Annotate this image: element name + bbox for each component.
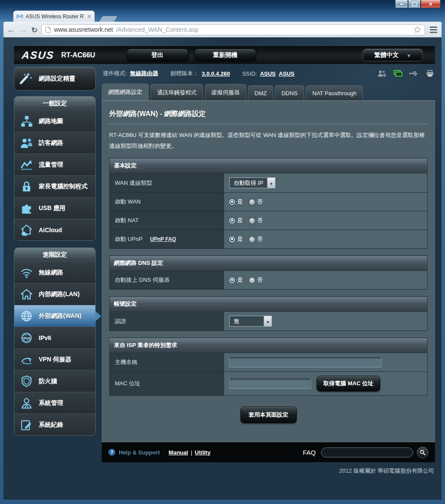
sidebar-item-guest-network[interactable]: 訪客網路: [14, 132, 95, 154]
tab-internet-connection[interactable]: 網際網路設定: [102, 83, 149, 100]
back-button[interactable]: [7, 26, 15, 34]
auth-label: 認證: [110, 312, 224, 331]
language-select[interactable]: 繁體中文: [363, 49, 423, 61]
radio-no-label: 否: [257, 235, 263, 243]
close-button[interactable]: [421, 0, 441, 8]
reboot-button[interactable]: 重新開機: [194, 49, 256, 61]
sidebar-item-label: 外部網路(WAN): [39, 312, 81, 320]
sidebar-item-label: VPN 伺服器: [39, 356, 71, 364]
minimize-button[interactable]: [395, 0, 408, 8]
table-row: 主機名稱: [110, 353, 428, 372]
printer-icon[interactable]: [426, 70, 434, 77]
sidebar-item-firewall[interactable]: 防火牆: [14, 370, 95, 392]
sidebar-item-wan[interactable]: 外部網路(WAN): [14, 305, 95, 327]
table-row: 啟動 NAT 是 否: [110, 211, 428, 230]
url-bar[interactable]: www.asusnetwork.net /Advanced_WAN_Conten…: [41, 24, 425, 35]
enable-wan-yes-radio[interactable]: [229, 199, 235, 205]
enable-upnp-label-cell: 啟動 UPnP UPnP FAQ: [110, 230, 224, 249]
sidebar-advanced-header: 進階設定: [14, 248, 95, 261]
firmware-version-link[interactable]: 3.0.0.4.260: [202, 70, 230, 77]
forward-button[interactable]: [19, 26, 27, 34]
tab-nat-passthrough[interactable]: NAT Passthrough: [306, 85, 363, 100]
clients-icon[interactable]: [377, 70, 387, 77]
magic-wand-icon: [18, 71, 35, 87]
radio-no-label: 否: [257, 276, 263, 284]
page-description: RT-AC66U 可支援數種連結 WAN 的連線類型。這些類型可從 WAN 連線…: [109, 130, 428, 151]
table-row: MAC 位址 取得電腦 MAC 位址: [110, 372, 428, 396]
enable-nat-label: 啟動 NAT: [110, 211, 224, 230]
faq-search-input[interactable]: [321, 447, 413, 457]
sidebar-item-network-map[interactable]: 網路地圖: [14, 110, 95, 132]
enable-nat-radio-group: 是 否: [229, 217, 422, 224]
tab-port-trigger[interactable]: 通訊埠觸發程式: [151, 84, 203, 100]
manual-link[interactable]: Manual: [169, 449, 188, 456]
title-divider: [109, 124, 428, 124]
wifi-favicon-icon: [17, 13, 23, 20]
auto-dns-no-radio[interactable]: [249, 277, 255, 283]
tab-dmz[interactable]: DMZ: [248, 85, 273, 100]
help-support-label: Help & Support: [119, 449, 160, 456]
cloud-home-icon: [17, 224, 36, 237]
new-tab-button[interactable]: [99, 16, 117, 22]
internet-status-icon[interactable]: [393, 70, 402, 77]
tab-ddns[interactable]: DDNS: [275, 85, 304, 100]
reload-button[interactable]: [31, 26, 37, 34]
sidebar: 網路設定精靈 一般設定 網路地圖 訪客網路: [14, 67, 96, 475]
wan-type-select[interactable]: 自動取得 IP: [229, 177, 275, 188]
sidebar-item-quick-setup[interactable]: 網路設定精靈: [14, 67, 96, 90]
copyright-text: 2012 版權屬於 華碩電腦股份有限公司: [102, 462, 435, 475]
logout-button[interactable]: 登出: [127, 49, 188, 61]
tab-close-icon[interactable]: [87, 14, 91, 19]
sidebar-item-label: 防火牆: [39, 377, 57, 385]
get-mac-button[interactable]: 取得電腦 MAC 位址: [317, 376, 381, 391]
sidebar-item-system-log[interactable]: 系統紀錄: [14, 414, 95, 435]
asus-header: ASUS RT-AC66U 登出 重新開機 繁體中文: [14, 46, 435, 64]
radio-yes-label: 是: [237, 276, 243, 284]
sidebar-item-traffic-manager[interactable]: 流量管理: [14, 154, 95, 175]
utility-link[interactable]: Utility: [195, 449, 211, 456]
hostname-input[interactable]: [229, 357, 381, 367]
sidebar-item-aicloud[interactable]: AiCloud: [14, 219, 95, 240]
usb-icon[interactable]: [409, 70, 419, 77]
isp-settings-table: 來自 ISP 業者的特別需求 主機名稱 MAC 位址 取得電腦 MAC 位址: [109, 337, 428, 396]
enable-upnp-no-radio[interactable]: [249, 237, 255, 242]
upnp-faq-link[interactable]: UPnP FAQ: [150, 236, 176, 242]
sidebar-item-usb-application[interactable]: USB 應用: [14, 197, 95, 219]
sidebar-item-wireless[interactable]: 無線網路: [14, 261, 95, 283]
enable-wan-no-radio[interactable]: [249, 199, 255, 205]
dns-section-header: 網際網路 DNS 設定: [110, 256, 428, 271]
lock-icon: [17, 180, 36, 193]
ssid-link-2[interactable]: ASUS: [279, 70, 294, 77]
sidebar-item-lan[interactable]: 內部網路(LAN): [14, 283, 95, 305]
page-title: 外部網路(WAN) - 網際網路設定: [109, 110, 428, 119]
table-row: WAN 連線類型 自動取得 IP: [110, 174, 428, 193]
enable-nat-no-radio[interactable]: [249, 218, 255, 224]
wan-type-value: 自動取得 IP: [230, 178, 267, 188]
enable-upnp-label: 啟動 UPnP: [115, 236, 142, 242]
ssid-link-1[interactable]: ASUS: [260, 70, 276, 77]
auth-select[interactable]: 無: [229, 316, 272, 327]
table-row: 啟動 WAN 是 否: [110, 193, 428, 211]
faq-search-button[interactable]: [417, 447, 428, 458]
chevron-down-icon: [407, 52, 412, 59]
apply-button[interactable]: 套用本頁面設定: [241, 407, 297, 423]
operation-mode-link[interactable]: 無線路由器: [130, 70, 158, 77]
maximize-button[interactable]: [408, 0, 421, 8]
sidebar-item-vpn-server[interactable]: VPN 伺服器: [14, 348, 95, 370]
sidebar-item-label: 網路設定精靈: [39, 75, 75, 83]
tab-virtual-server[interactable]: 虛擬伺服器: [205, 84, 246, 100]
sidebar-item-administration[interactable]: 系統管理: [14, 392, 95, 414]
asus-logo[interactable]: ASUS: [21, 49, 55, 61]
enable-nat-yes-radio[interactable]: [229, 218, 235, 224]
sidebar-item-label: 網路地圖: [39, 117, 63, 125]
bookmark-star-icon[interactable]: [414, 26, 421, 33]
browser-tab[interactable]: ASUS Wireless Router RT: [13, 10, 95, 22]
enable-upnp-yes-radio[interactable]: [229, 237, 235, 242]
sidebar-item-parental-control[interactable]: 家長電腦控制程式: [14, 175, 95, 197]
sidebar-item-ipv6[interactable]: IPv6 IPv6: [14, 327, 95, 348]
browser-menu-icon[interactable]: [429, 26, 438, 34]
wan-type-label: WAN 連線類型: [110, 174, 224, 193]
mac-address-input[interactable]: [229, 378, 311, 389]
auto-dns-yes-radio[interactable]: [229, 277, 235, 283]
mac-address-label: MAC 位址: [110, 372, 224, 396]
